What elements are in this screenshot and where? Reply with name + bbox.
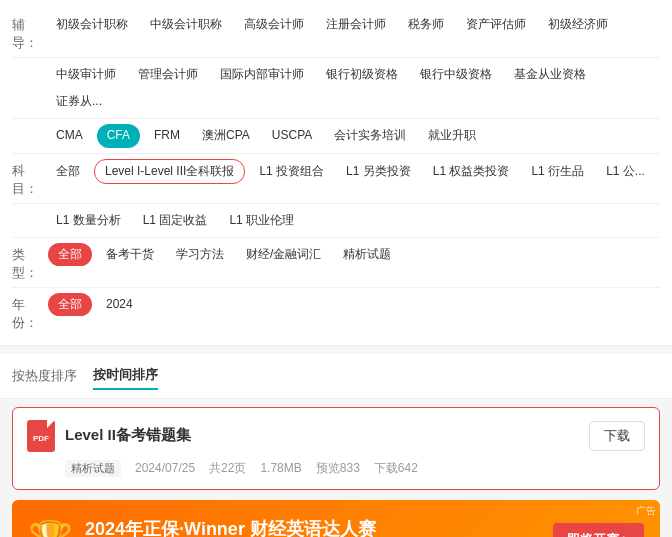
filter-tag-zichan[interactable]: 资产评估师 xyxy=(458,13,534,36)
filter-tag-zhongjishenji[interactable]: 中级审计师 xyxy=(48,63,124,86)
filter-tag-nianfen-2024[interactable]: 2024 xyxy=(98,293,141,316)
filter-row-nianfen: 年份： 全部 2024 xyxy=(12,288,660,337)
filter-label-kemu: 科目： xyxy=(12,159,48,198)
filter-label-kemu-2 xyxy=(12,209,48,212)
ad-title: 2024年正保·Winner 财经英语达人赛 xyxy=(85,517,376,537)
filter-tag-kemu-l1-guding[interactable]: L1 固定收益 xyxy=(135,209,216,232)
filter-items-fudao-3: CMA CFA FRM 澳洲CPA USCPA 会计实务培训 就业升职 xyxy=(48,124,660,147)
content-area: PDF Level II备考错题集 下载 精析试题 2024/07/25 共22… xyxy=(0,399,672,537)
filter-tag-chujijingji[interactable]: 初级经济师 xyxy=(540,13,616,36)
filter-tag-kemu-l1-yansheng[interactable]: L1 衍生品 xyxy=(523,159,592,184)
filter-tag-kemu-l1-zhiye[interactable]: L1 职业伦理 xyxy=(221,209,302,232)
filter-tag-yinhangchuji[interactable]: 银行初级资格 xyxy=(318,63,406,86)
filter-tag-kemu-l1-linglei[interactable]: L1 另类投资 xyxy=(338,159,419,184)
filter-tag-leixing-xuexi[interactable]: 学习方法 xyxy=(168,243,232,266)
sort-by-hot[interactable]: 按热度排序 xyxy=(12,363,77,389)
filter-label-fudao-3 xyxy=(12,124,48,127)
filter-tag-zhengquan[interactable]: 证券从... xyxy=(48,90,110,113)
sort-by-time[interactable]: 按时间排序 xyxy=(93,362,158,390)
filter-tag-jijin[interactable]: 基金从业资格 xyxy=(506,63,594,86)
filter-tag-guojineibu[interactable]: 国际内部审计师 xyxy=(212,63,312,86)
filter-label-fudao: 辅导： xyxy=(12,13,48,52)
filter-tag-guanli[interactable]: 管理会计师 xyxy=(130,63,206,86)
ad-inner: 🏆 2024年正保·Winner 财经英语达人赛 7月29开赛 以赛备考 词汇巅… xyxy=(28,517,376,537)
trophy-icon: 🏆 xyxy=(28,519,73,537)
filter-row-leixing: 类型： 全部 备考干货 学习方法 财经/金融词汇 精析试题 xyxy=(12,238,660,288)
filter-row-fudao-3: CMA CFA FRM 澳洲CPA USCPA 会计实务培训 就业升职 xyxy=(12,119,660,153)
filter-tag-frm[interactable]: FRM xyxy=(146,124,188,147)
filter-label-fudao-2 xyxy=(12,63,48,66)
ad-left: 2024年正保·Winner 财经英语达人赛 7月29开赛 以赛备考 词汇巅峰对… xyxy=(85,517,376,537)
filter-tag-cma[interactable]: CMA xyxy=(48,124,91,147)
filter-label-nianfen: 年份： xyxy=(12,293,48,332)
filter-row-fudao-1: 辅导： 初级会计职称 中级会计职称 高级会计师 注册会计师 税务师 资产评估师 … xyxy=(12,8,660,58)
resource-card-1-size: 1.78MB xyxy=(260,461,301,475)
filter-tag-zhuce[interactable]: 注册会计师 xyxy=(318,13,394,36)
filter-tag-leixing-jingxi[interactable]: 精析试题 xyxy=(335,243,399,266)
filter-tag-uscpa[interactable]: USCPA xyxy=(264,124,320,147)
filter-items-fudao-2: 中级审计师 管理会计师 国际内部审计师 银行初级资格 银行中级资格 基金从业资格… xyxy=(48,63,660,113)
filter-section: 辅导： 初级会计职称 中级会计职称 高级会计师 注册会计师 税务师 资产评估师 … xyxy=(0,0,672,346)
ad-banner[interactable]: 广告 🏆 2024年正保·Winner 财经英语达人赛 7月29开赛 以赛备考 … xyxy=(12,500,660,537)
filter-tag-leixing-quanbu[interactable]: 全部 xyxy=(48,243,92,266)
filter-tag-zhongjikuaijizicheng[interactable]: 中级会计职称 xyxy=(142,13,230,36)
filter-tag-kemu-level-all[interactable]: Level I-Level III全科联报 xyxy=(94,159,245,184)
filter-row-kemu-1: 科目： 全部 Level I-Level III全科联报 L1 投资组合 L1 … xyxy=(12,154,660,204)
resource-card-1-pages: 共22页 xyxy=(209,460,246,477)
filter-items-kemu-2: L1 数量分析 L1 固定收益 L1 职业伦理 xyxy=(48,209,660,232)
resource-card-1-meta: 精析试题 2024/07/25 共22页 1.78MB 预览833 下载642 xyxy=(27,460,645,477)
filter-tag-kemu-l1-gong[interactable]: L1 公... xyxy=(598,159,653,184)
resource-card-1-tag: 精析试题 xyxy=(65,460,121,477)
filter-tag-kuaijishiwu[interactable]: 会计实务培训 xyxy=(326,124,414,147)
filter-tag-gaoji[interactable]: 高级会计师 xyxy=(236,13,312,36)
filter-tag-cfa[interactable]: CFA xyxy=(97,124,140,147)
filter-tag-leixing-caijing[interactable]: 财经/金融词汇 xyxy=(238,243,329,266)
pdf-icon-1: PDF xyxy=(27,420,55,452)
filter-tag-nianfen-quanbu[interactable]: 全部 xyxy=(48,293,92,316)
filter-tag-kemu-l1-touzizhe[interactable]: L1 投资组合 xyxy=(251,159,332,184)
ad-label: 广告 xyxy=(636,504,656,518)
filter-items-nianfen: 全部 2024 xyxy=(48,293,660,316)
filter-tag-kemu-l1-shuliang[interactable]: L1 数量分析 xyxy=(48,209,129,232)
filter-tag-yinhangzhongji[interactable]: 银行中级资格 xyxy=(412,63,500,86)
resource-card-1-date: 2024/07/25 xyxy=(135,461,195,475)
filter-tag-aocpa[interactable]: 澳洲CPA xyxy=(194,124,258,147)
filter-tag-kemu-quanbu[interactable]: 全部 xyxy=(48,159,88,184)
resource-card-1-inner: PDF Level II备考错题集 下载 xyxy=(27,420,645,452)
resource-card-1-title: Level II备考错题集 xyxy=(65,426,191,445)
filter-label-leixing: 类型： xyxy=(12,243,48,282)
filter-tag-kemu-l1-quanyi[interactable]: L1 权益类投资 xyxy=(425,159,518,184)
sort-bar: 按热度排序 按时间排序 xyxy=(0,354,672,399)
filter-row-fudao-2: 中级审计师 管理会计师 国际内部审计师 银行初级资格 银行中级资格 基金从业资格… xyxy=(12,58,660,119)
resource-card-1-downloads: 下载642 xyxy=(374,460,418,477)
filter-tag-leixing-beikao[interactable]: 备考干货 xyxy=(98,243,162,266)
filter-items-kemu-1: 全部 Level I-Level III全科联报 L1 投资组合 L1 另类投资… xyxy=(48,159,660,184)
filter-row-kemu-2: L1 数量分析 L1 固定收益 L1 职业伦理 xyxy=(12,204,660,238)
resource-card-1-views: 预览833 xyxy=(316,460,360,477)
resource-card-1: PDF Level II备考错题集 下载 精析试题 2024/07/25 共22… xyxy=(12,407,660,490)
filter-tag-jiuye[interactable]: 就业升职 xyxy=(420,124,484,147)
resource-card-1-left: PDF Level II备考错题集 xyxy=(27,420,191,452)
download-btn-1[interactable]: 下载 xyxy=(589,421,645,451)
filter-tag-shuiwu[interactable]: 税务师 xyxy=(400,13,452,36)
filter-items-leixing: 全部 备考干货 学习方法 财经/金融词汇 精析试题 xyxy=(48,243,660,266)
ad-cta-button[interactable]: 即将开赛 > xyxy=(553,523,644,537)
filter-tag-chujikuaijizicheng[interactable]: 初级会计职称 xyxy=(48,13,136,36)
filter-items-fudao-1: 初级会计职称 中级会计职称 高级会计师 注册会计师 税务师 资产评估师 初级经济… xyxy=(48,13,660,36)
